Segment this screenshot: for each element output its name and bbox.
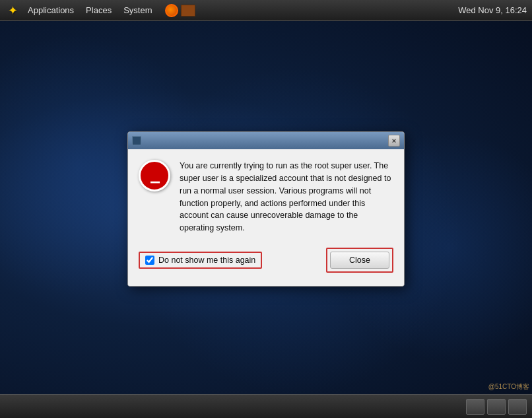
stop-icon: ⎯ — [139, 160, 170, 192]
dialog-overlay: × ⎯ You are currently trying to run as t… — [0, 0, 532, 418]
close-button[interactable]: Close — [330, 252, 389, 269]
dialog-titlebar: × — [128, 132, 404, 149]
checkbox-label[interactable]: Do not show me this again — [158, 256, 255, 265]
close-button-area: Close — [326, 248, 393, 273]
warning-dialog: × ⎯ You are currently trying to run as t… — [127, 131, 405, 287]
dialog-title-icon — [132, 136, 141, 145]
dialog-footer: Do not show me this again Close — [139, 245, 393, 275]
dialog-message: You are currently trying to run as the r… — [180, 160, 393, 234]
do-not-show-checkbox[interactable] — [145, 256, 154, 265]
dialog-title-left — [132, 136, 141, 145]
dialog-close-button[interactable]: × — [388, 135, 400, 147]
dialog-icon-container: ⎯ — [139, 160, 170, 234]
dialog-body: ⎯ You are currently trying to run as the… — [128, 149, 404, 286]
checkbox-area: Do not show me this again — [139, 252, 262, 269]
dialog-content: ⎯ You are currently trying to run as the… — [139, 160, 393, 234]
